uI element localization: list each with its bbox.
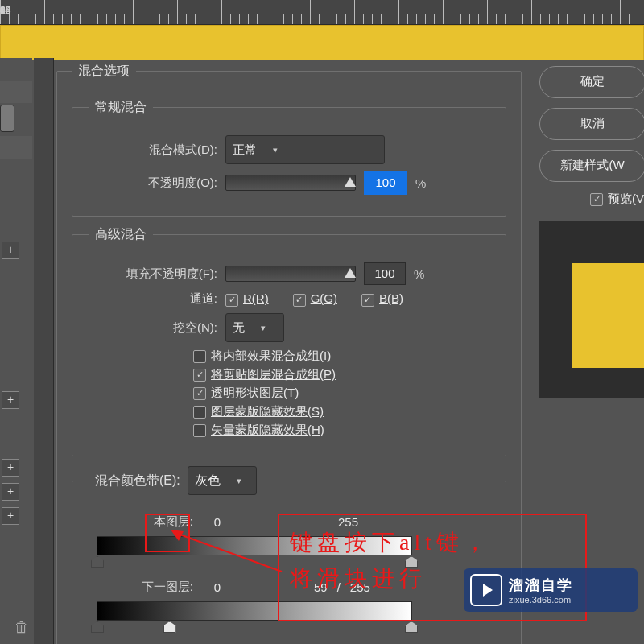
group-label: 常规混合 — [89, 99, 153, 116]
trash-icon[interactable]: 🗑 — [14, 619, 29, 636]
cancel-button[interactable]: 取消 — [539, 108, 644, 140]
gradient-thumb-low[interactable] — [91, 556, 104, 568]
gradient-thumb-split-half[interactable] — [163, 621, 176, 633]
add-effect-icon[interactable]: + — [2, 507, 19, 525]
chevron-down-icon: ▾ — [273, 145, 278, 155]
knockout-label: 挖空(N): — [89, 320, 225, 336]
chevron-down-icon: ▾ — [261, 323, 266, 333]
under-low-value: 0 — [201, 580, 233, 594]
annotation-text: 将滑块进行 — [290, 564, 427, 594]
ok-button[interactable]: 确定 — [539, 66, 644, 98]
unit-label: % — [415, 176, 426, 190]
channels-label: 通道: — [89, 291, 225, 307]
preview-swatch — [572, 263, 644, 368]
add-effect-icon[interactable]: + — [2, 483, 19, 501]
gradient-thumb-high[interactable] — [405, 621, 418, 633]
add-effect-icon[interactable]: + — [2, 459, 19, 477]
channel-g-checkbox[interactable]: G(G) — [293, 291, 337, 306]
opt-vector-mask-hide-checkbox[interactable]: 矢量蒙版隐藏效果(H) — [193, 423, 324, 438]
blend-if-channel-select[interactable]: 灰色▾ — [188, 466, 257, 495]
opt-layer-mask-hide-checkbox[interactable]: 图层蒙版隐藏效果(S) — [193, 404, 324, 419]
advanced-blending-group: 高级混合 填充不透明度(F): 100 % 通道: R(R) G(G) B(B)… — [72, 226, 506, 456]
style-list: + + + + + 🗑 — [0, 58, 32, 644]
opacity-slider[interactable] — [225, 175, 356, 191]
channel-b-checkbox[interactable]: B(B) — [361, 291, 403, 306]
group-label: 高级混合 — [89, 226, 153, 243]
list-item[interactable] — [0, 105, 14, 132]
this-low-value: 0 — [201, 515, 233, 529]
slider-thumb-icon[interactable] — [345, 177, 356, 187]
list-item[interactable] — [0, 136, 32, 159]
slider-thumb-icon[interactable] — [345, 268, 356, 278]
preview-thumbnail — [539, 221, 644, 398]
channel-r-checkbox[interactable]: R(R) — [225, 291, 269, 306]
underlying-layer-label: 下一图层: — [89, 580, 201, 595]
add-effect-icon[interactable]: + — [2, 242, 19, 259]
horizontal-ruler: (function(){var r=document.currentScript… — [0, 0, 644, 25]
add-effect-icon[interactable]: + — [2, 391, 19, 409]
dialog-buttons: 确定 取消 新建样式(W 预览(V — [539, 66, 644, 398]
list-item[interactable] — [0, 80, 32, 103]
fill-opacity-input[interactable]: 100 — [364, 262, 406, 285]
preview-checkbox[interactable]: 预览(V — [590, 192, 644, 207]
annotation-text: 键盘按下alt键， — [290, 527, 491, 558]
watermark-brand: 溜溜自学 — [509, 576, 573, 595]
opacity-input[interactable]: 100 — [364, 171, 407, 195]
watermark-url: zixue.3d66.com — [509, 595, 573, 605]
group-label: 混合颜色带(E): 灰色▾ — [89, 466, 263, 495]
watermark-badge: 溜溜自学 zixue.3d66.com — [464, 568, 638, 612]
chevron-down-icon: ▾ — [237, 476, 242, 486]
new-style-button[interactable]: 新建样式(W — [539, 150, 644, 182]
opacity-label: 不透明度(O): — [89, 175, 225, 191]
fill-opacity-label: 填充不透明度(F): — [89, 266, 225, 282]
unit-label: % — [414, 267, 424, 281]
opt-blend-interior-checkbox[interactable]: 将内部效果混合成组(I) — [193, 349, 331, 364]
canvas-yellow-region — [0, 25, 644, 60]
gradient-thumb-low[interactable] — [91, 621, 104, 633]
opt-transparency-shapes-checkbox[interactable]: 透明形状图层(T) — [193, 386, 299, 401]
blend-mode-label: 混合模式(D): — [89, 142, 225, 158]
knockout-select[interactable]: 无▾ — [225, 313, 284, 342]
fill-opacity-slider[interactable] — [225, 266, 356, 282]
annotation-highlight-box — [145, 514, 190, 552]
opt-blend-clipped-checkbox[interactable]: 将剪贴图层混合成组(P) — [193, 367, 336, 382]
play-icon — [470, 574, 502, 606]
general-blending-group: 常规混合 混合模式(D): 正常▾ 不透明度(O): 100 % — [72, 99, 506, 217]
vertical-ruler — [34, 58, 54, 644]
panel-title: 混合选项 — [72, 63, 136, 80]
blend-mode-select[interactable]: 正常▾ — [225, 135, 385, 164]
